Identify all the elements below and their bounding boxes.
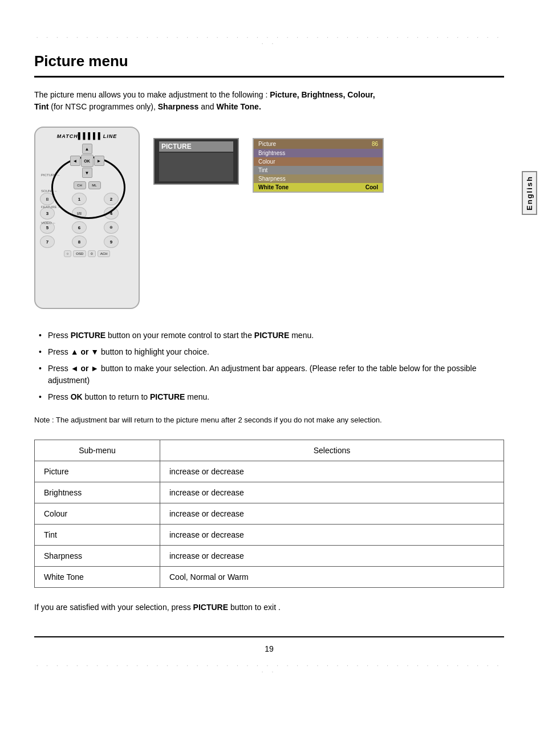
bullet-2-prefix: Press — [48, 347, 68, 356]
bullet-4-text2: menu. — [185, 392, 209, 401]
cell-picture: Picture — [35, 461, 160, 482]
remote-btn-9[interactable]: 9 — [104, 235, 119, 248]
col-header-submenu: Sub-menu — [35, 440, 160, 461]
page-number: 19 — [34, 644, 504, 653]
osd-screen-2-header: Picture 86 — [254, 139, 383, 149]
osd-screen-2: Picture 86 Brightness Colour Tint Sharpn… — [253, 138, 384, 193]
table-row: Colour increase or decrease — [35, 503, 504, 524]
cell-picture-sel: increase or decrease — [160, 461, 504, 482]
page-container: · · · · · · · · · · · · · · · · · · · · … — [0, 0, 544, 715]
table-body: Picture increase or decrease Brightness … — [35, 461, 504, 587]
footer-text-1: If you are satisfied with your selection… — [34, 603, 191, 612]
bottom-dots: · · · · · · · · · · · · · · · · · · · · … — [34, 662, 504, 675]
cell-whitetone-sel: Cool, Normal or Warm — [160, 566, 504, 587]
bullet-2-text1: button to highlight your choice. — [99, 347, 209, 356]
bullet-4-bold1: OK — [68, 392, 83, 401]
remote-dpad-ok[interactable]: OK — [81, 155, 94, 167]
intro-text-1: The picture menu allows you to make adju… — [34, 90, 267, 99]
bullet-1-text2: menu. — [289, 331, 314, 340]
cell-sharpness-sel: increase or decrease — [160, 545, 504, 566]
osd-cool-value: Cool — [366, 184, 378, 190]
bullet-3-prefix: Press — [48, 364, 68, 373]
table-row: Tint increase or decrease — [35, 524, 504, 545]
intro-text-3: (for NTSC programmes only), — [48, 102, 155, 111]
bullet-4-prefix: Press — [48, 392, 68, 401]
english-label: English — [525, 176, 534, 210]
remote-btn-ach[interactable]: ACH — [98, 250, 111, 257]
osd-picture-item: Picture — [258, 141, 276, 147]
title-rule — [34, 76, 504, 78]
osd-brightness-item: Brightness — [254, 149, 383, 157]
osd-value: 86 — [372, 141, 378, 147]
cell-colour: Colour — [35, 503, 160, 524]
remote-control: MATCH▌▌▌▌▌LINE PICTURE ← SOUND ← FEATURE… — [34, 127, 140, 309]
bullet-2-bold1: ▲ or ▼ — [68, 347, 99, 356]
osd-sharpness-item: Sharpness — [254, 174, 383, 183]
remote-dpad-left[interactable]: ◄ — [70, 156, 80, 166]
bullet-1-bold1: PICTURE — [68, 331, 105, 340]
bullet-3-text1: button to make your selection. An adjust… — [48, 364, 476, 385]
table-header-row: Sub-menu Selections — [35, 440, 504, 461]
table-row: White Tone Cool, Normal or Warm — [35, 566, 504, 587]
bullet-3-bold1: ◄ or ► — [68, 364, 99, 373]
osd-screen-1-body — [159, 153, 233, 181]
remote-btn-0[interactable]: 0 — [88, 250, 95, 257]
intro-text-2: Tint — [34, 102, 48, 111]
table-row: Sharpness increase or decrease — [35, 545, 504, 566]
bullet-list: Press PICTURE button on your remote cont… — [34, 330, 504, 403]
cell-brightness-sel: increase or decrease — [160, 482, 504, 503]
remote-brand: MATCH▌▌▌▌▌LINE — [35, 128, 139, 141]
osd-picture-label: PICTURE — [159, 141, 233, 152]
page-title: Picture menu — [34, 52, 504, 70]
note-text: Note : The adjustment bar will return to… — [34, 414, 504, 426]
bullet-item-4: Press OK button to return to PICTURE men… — [34, 391, 504, 403]
bullet-item-2: Press ▲ or ▼ button to highlight your ch… — [34, 346, 504, 358]
cell-whitetone: White Tone — [35, 566, 160, 587]
bullet-item-1: Press PICTURE button on your remote cont… — [34, 330, 504, 342]
remote-btn-sound[interactable]: ⊕ — [104, 221, 119, 234]
osd-whitetone-label: White Tone — [258, 184, 289, 190]
bullet-1-bold2: PICTURE — [252, 331, 289, 340]
osd-screen-1: PICTURE — [153, 138, 239, 185]
intro-bold-2: Sharpness — [156, 102, 198, 111]
footer-text: If you are satisfied with your selection… — [34, 601, 504, 613]
remote-bottom-row: ○ OSD 0 ACH — [35, 250, 139, 257]
bottom-rule — [34, 636, 504, 637]
remote-btn-8[interactable]: 8 — [72, 235, 87, 248]
osd-whitetone-item: White Tone Cool — [254, 183, 383, 192]
bullet-1-prefix: Press — [48, 331, 68, 340]
remote-btn-6[interactable]: 6 — [72, 221, 87, 234]
data-table: Sub-menu Selections Picture increase or … — [34, 440, 504, 588]
remote-dpad-down[interactable]: ▼ — [82, 168, 92, 178]
osd-screens-container: PICTURE — [153, 138, 239, 185]
col-header-selections: Selections — [160, 440, 504, 461]
intro-bold-3: White Tone. — [214, 102, 261, 111]
footer-bold: PICTURE — [191, 603, 228, 612]
top-dots: · · · · · · · · · · · · · · · · · · · · … — [34, 34, 504, 47]
osd-tint-item: Tint — [254, 166, 383, 174]
intro-text-4: and — [198, 102, 214, 111]
cell-tint-sel: increase or decrease — [160, 524, 504, 545]
cell-tint: Tint — [35, 524, 160, 545]
remote-dpad-right[interactable]: ► — [94, 156, 104, 166]
remote-btn-7[interactable]: 7 — [40, 235, 55, 248]
cell-brightness: Brightness — [35, 482, 160, 503]
images-row: MATCH▌▌▌▌▌LINE PICTURE ← SOUND ← FEATURE… — [34, 127, 504, 309]
footer-text-2: button to exit . — [228, 603, 281, 612]
remote-btn-osd[interactable]: OSD — [73, 250, 86, 257]
bullet-1-text1: button on your remote control to start t… — [105, 331, 252, 340]
table-head: Sub-menu Selections — [35, 440, 504, 461]
remote-btn-circle[interactable]: ○ — [64, 250, 72, 257]
remote-dpad: ▲ ▼ ◄ ► OK — [70, 144, 104, 178]
intro-bold-1: Picture, Brightness, Colour, — [267, 90, 375, 99]
bullet-4-text1: button to return to — [83, 392, 148, 401]
cell-sharpness: Sharpness — [35, 545, 160, 566]
cell-colour-sel: increase or decrease — [160, 503, 504, 524]
english-sidebar: English — [522, 171, 537, 215]
osd-colour-item: Colour — [254, 157, 383, 166]
table-row: Brightness increase or decrease — [35, 482, 504, 503]
bullet-item-3: Press ◄ or ► button to make your selecti… — [34, 363, 504, 387]
bullet-4-bold2: PICTURE — [148, 392, 185, 401]
remote-dpad-up[interactable]: ▲ — [82, 144, 92, 154]
table-row: Picture increase or decrease — [35, 461, 504, 482]
